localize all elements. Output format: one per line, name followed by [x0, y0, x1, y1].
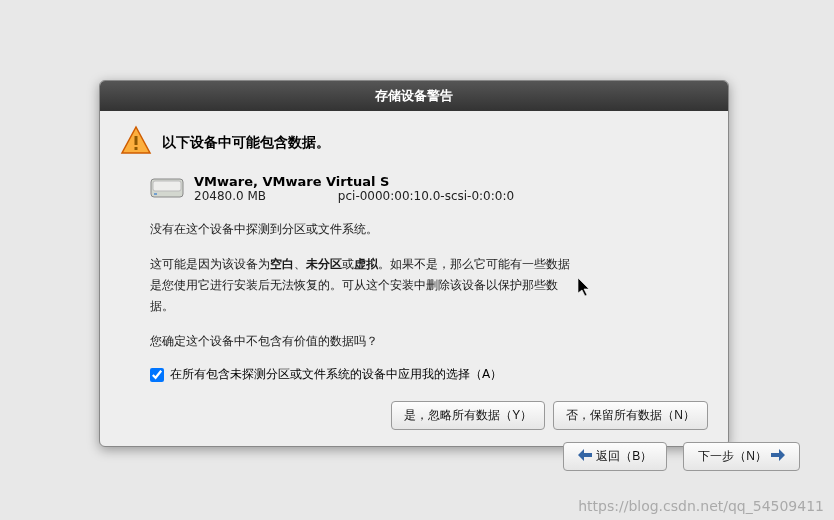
next-label: 下一步（N） [698, 448, 767, 465]
warning-icon [120, 125, 152, 160]
dialog-headline: 以下设备中可能包含数据。 [162, 134, 330, 152]
disk-icon [150, 174, 184, 203]
arrow-right-icon [771, 449, 785, 464]
dialog-content: 以下设备中可能包含数据。 VMware, VMware Virtual S 20… [100, 111, 728, 446]
no-keep-button[interactable]: 否，保留所有数据（N） [553, 401, 708, 430]
wizard-nav: 返回（B） 下一步（N） [563, 442, 800, 471]
next-button[interactable]: 下一步（N） [683, 442, 800, 471]
svg-rect-3 [153, 181, 181, 191]
svg-rect-0 [135, 136, 138, 145]
body-para2: 这可能是因为该设备为空白、未分区或虚拟。如果不是，那么它可能有一些数据是您使用它… [150, 254, 580, 317]
svg-rect-1 [135, 147, 138, 150]
body-para3: 您确定这个设备中不包含有价值的数据吗？ [150, 331, 580, 352]
apply-all-label: 在所有包含未探测分区或文件系统的设备中应用我的选择（A） [170, 366, 502, 383]
back-button[interactable]: 返回（B） [563, 442, 667, 471]
back-label: 返回（B） [596, 448, 652, 465]
dialog-header: 以下设备中可能包含数据。 [120, 125, 708, 160]
apply-all-checkbox[interactable] [150, 368, 164, 382]
device-details: 20480.0 MB pci-0000:00:10.0-scsi-0:0:0:0 [194, 189, 514, 203]
device-text: VMware, VMware Virtual S 20480.0 MB pci-… [194, 174, 514, 203]
svg-rect-4 [154, 193, 157, 195]
device-info: VMware, VMware Virtual S 20480.0 MB pci-… [150, 174, 708, 203]
device-size: 20480.0 MB [194, 189, 334, 203]
dialog-body: 没有在这个设备中探测到分区或文件系统。 这可能是因为该设备为空白、未分区或虚拟。… [150, 219, 580, 352]
device-name: VMware, VMware Virtual S [194, 174, 514, 189]
yes-discard-button[interactable]: 是，忽略所有数据（Y） [391, 401, 545, 430]
device-path: pci-0000:00:10.0-scsi-0:0:0:0 [338, 189, 514, 203]
warning-dialog: 存储设备警告 以下设备中可能包含数据。 VMware, VMware Virtu… [99, 80, 729, 447]
apply-all-checkbox-row: 在所有包含未探测分区或文件系统的设备中应用我的选择（A） [150, 366, 708, 383]
body-para1: 没有在这个设备中探测到分区或文件系统。 [150, 219, 580, 240]
dialog-title: 存储设备警告 [100, 81, 728, 111]
watermark: https://blog.csdn.net/qq_54509411 [578, 498, 824, 514]
arrow-left-icon [578, 449, 592, 464]
dialog-buttons: 是，忽略所有数据（Y） 否，保留所有数据（N） [120, 401, 708, 430]
